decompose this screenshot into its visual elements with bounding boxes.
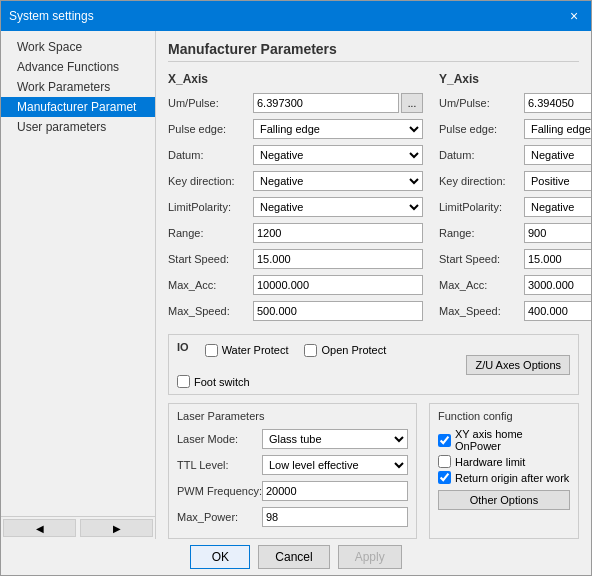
- y-key-dir-row: Key direction: Negative Positive: [439, 170, 591, 192]
- laser-section: Laser Parameters Laser Mode: Glass tube …: [168, 403, 417, 539]
- x-start-speed-input[interactable]: [253, 249, 423, 269]
- x-datum-row: Datum: Negative Positive: [168, 144, 423, 166]
- max-power-row: Max_Power:: [177, 506, 408, 528]
- io-checkboxes: IO Water Protect Open Protect Foot switc…: [177, 341, 466, 388]
- apply-button[interactable]: Apply: [338, 545, 402, 569]
- y-range-input[interactable]: [524, 223, 591, 243]
- xy-home-checkbox-item[interactable]: XY axis home OnPower: [438, 428, 570, 452]
- sidebar-item-user-parameters[interactable]: User parameters: [1, 117, 155, 137]
- open-protect-checkbox[interactable]: [304, 344, 317, 357]
- water-protect-label: Water Protect: [222, 344, 289, 356]
- x-limit-polarity-select[interactable]: Negative Positive: [253, 197, 423, 217]
- sidebar-item-work-space[interactable]: Work Space: [1, 37, 155, 57]
- x-datum-select[interactable]: Negative Positive: [253, 145, 423, 165]
- cancel-button[interactable]: Cancel: [258, 545, 329, 569]
- y-axis-section: Y_Axis Um/Pulse: ... Pulse edge: Falling…: [439, 72, 591, 326]
- y-um-pulse-row: Um/Pulse: ...: [439, 92, 591, 114]
- ok-button[interactable]: OK: [190, 545, 250, 569]
- system-settings-window: System settings × Work Space Advance Fun…: [0, 0, 592, 576]
- ttl-level-label: TTL Level:: [177, 459, 262, 471]
- foot-switch-label: Foot switch: [194, 376, 250, 388]
- function-config-title: Function config: [438, 410, 570, 422]
- y-max-acc-input[interactable]: [524, 275, 591, 295]
- x-max-acc-label: Max_Acc:: [168, 279, 253, 291]
- x-um-pulse-field: ...: [253, 93, 423, 113]
- laser-mode-select[interactable]: Glass tube RF tube Fiber: [262, 429, 408, 449]
- x-key-dir-row: Key direction: Negative Positive: [168, 170, 423, 192]
- y-um-pulse-input[interactable]: [524, 93, 591, 113]
- foot-switch-checkbox[interactable]: [177, 375, 190, 388]
- y-limit-polarity-select[interactable]: Negative Positive: [524, 197, 591, 217]
- y-max-speed-input[interactable]: [524, 301, 591, 321]
- y-pulse-edge-select[interactable]: Falling edge Rising edge: [524, 119, 591, 139]
- x-key-dir-label: Key direction:: [168, 175, 253, 187]
- x-range-label: Range:: [168, 227, 253, 239]
- foot-switch-checkbox-item[interactable]: Foot switch: [177, 375, 250, 388]
- zu-axes-button[interactable]: Z/U Axes Options: [466, 355, 570, 375]
- hardware-limit-label: Hardware limit: [455, 456, 525, 468]
- x-max-speed-input[interactable]: [253, 301, 423, 321]
- x-start-speed-label: Start Speed:: [168, 253, 253, 265]
- window-title: System settings: [9, 9, 94, 23]
- x-start-speed-row: Start Speed:: [168, 248, 423, 270]
- y-start-speed-row: Start Speed:: [439, 248, 591, 270]
- open-protect-label: Open Protect: [321, 344, 386, 356]
- x-um-pulse-row: Um/Pulse: ...: [168, 92, 423, 114]
- return-origin-checkbox-item[interactable]: Return origin after work: [438, 471, 570, 484]
- sidebar-nav: Work Space Advance Functions Work Parame…: [1, 31, 155, 516]
- x-um-pulse-input[interactable]: [253, 93, 399, 113]
- y-key-dir-select[interactable]: Negative Positive: [524, 171, 591, 191]
- sidebar-item-manufacturer-param[interactable]: Manufacturer Paramet: [1, 97, 155, 117]
- water-protect-checkbox[interactable]: [205, 344, 218, 357]
- io-title: IO: [177, 341, 189, 353]
- x-max-acc-row: Max_Acc:: [168, 274, 423, 296]
- return-origin-checkbox[interactable]: [438, 471, 451, 484]
- y-datum-label: Datum:: [439, 149, 524, 161]
- open-protect-checkbox-item[interactable]: Open Protect: [304, 344, 386, 357]
- sidebar: Work Space Advance Functions Work Parame…: [1, 31, 156, 539]
- pwm-freq-label: PWM Frequency:: [177, 485, 262, 497]
- laser-mode-row: Laser Mode: Glass tube RF tube Fiber: [177, 428, 408, 450]
- x-range-row: Range:: [168, 222, 423, 244]
- y-um-pulse-field: ...: [524, 93, 591, 113]
- x-max-speed-label: Max_Speed:: [168, 305, 253, 317]
- y-limit-polarity-row: LimitPolarity: Negative Positive: [439, 196, 591, 218]
- close-button[interactable]: ×: [565, 7, 583, 25]
- x-um-pulse-dots-button[interactable]: ...: [401, 93, 423, 113]
- x-pulse-edge-select[interactable]: Falling edge Rising edge: [253, 119, 423, 139]
- hardware-limit-checkbox[interactable]: [438, 455, 451, 468]
- y-max-acc-label: Max_Acc:: [439, 279, 524, 291]
- laser-mode-label: Laser Mode:: [177, 433, 262, 445]
- scroll-right-button[interactable]: ▶: [80, 519, 153, 537]
- sidebar-item-work-parameters[interactable]: Work Parameters: [1, 77, 155, 97]
- sidebar-item-advance-functions[interactable]: Advance Functions: [1, 57, 155, 77]
- xy-home-label: XY axis home OnPower: [455, 428, 570, 452]
- axes-container: X_Axis Um/Pulse: ... Pulse edge: Falling…: [168, 72, 579, 326]
- x-range-input[interactable]: [253, 223, 423, 243]
- x-um-pulse-label: Um/Pulse:: [168, 97, 253, 109]
- water-protect-checkbox-item[interactable]: Water Protect: [205, 344, 289, 357]
- y-pulse-edge-row: Pulse edge: Falling edge Rising edge: [439, 118, 591, 140]
- title-bar: System settings ×: [1, 1, 591, 31]
- hardware-limit-checkbox-item[interactable]: Hardware limit: [438, 455, 570, 468]
- x-max-acc-input[interactable]: [253, 275, 423, 295]
- max-power-input[interactable]: [262, 507, 408, 527]
- max-power-label: Max_Power:: [177, 511, 262, 523]
- y-range-row: Range:: [439, 222, 591, 244]
- pwm-freq-input[interactable]: [262, 481, 408, 501]
- x-pulse-edge-label: Pulse edge:: [168, 123, 253, 135]
- x-key-dir-select[interactable]: Negative Positive: [253, 171, 423, 191]
- ttl-level-select[interactable]: Low level effective High level effective: [262, 455, 408, 475]
- laser-section-title: Laser Parameters: [177, 410, 408, 422]
- io-section: IO Water Protect Open Protect Foot switc…: [168, 334, 579, 395]
- x-axis-label: X_Axis: [168, 72, 423, 86]
- scroll-left-button[interactable]: ◀: [3, 519, 76, 537]
- y-start-speed-input[interactable]: [524, 249, 591, 269]
- ttl-level-row: TTL Level: Low level effective High leve…: [177, 454, 408, 476]
- y-datum-select[interactable]: Negative Positive: [524, 145, 591, 165]
- xy-home-checkbox[interactable]: [438, 434, 451, 447]
- y-um-pulse-label: Um/Pulse:: [439, 97, 524, 109]
- y-max-acc-row: Max_Acc:: [439, 274, 591, 296]
- y-datum-row: Datum: Negative Positive: [439, 144, 591, 166]
- other-options-button[interactable]: Other Options: [438, 490, 570, 510]
